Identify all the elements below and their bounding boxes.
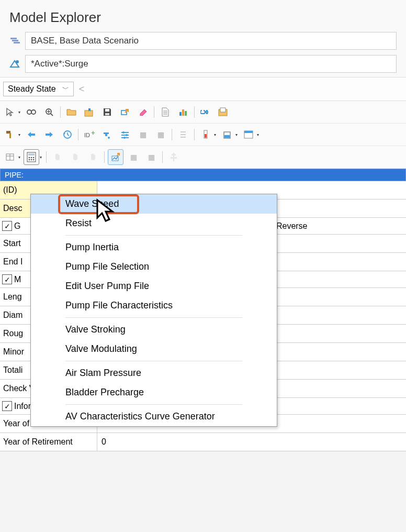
dropdown-arrow-icon[interactable]: ▾: [235, 132, 238, 137]
section-label: M: [14, 275, 21, 284]
svg-rect-0: [10, 38, 17, 39]
pan-hand-3-icon[interactable]: [85, 149, 101, 165]
menu-item-wave-speed[interactable]: Wave Speed: [31, 194, 277, 214]
calculator-context-menu: Wave Speed Resist Pump Inertia Pump File…: [30, 194, 277, 427]
zoom-icon[interactable]: [41, 104, 57, 120]
page-title: Model Explorer: [0, 0, 406, 31]
toolbar-row-2: ▾ ID+ ▦ ▦ ▾ ▾ ▾: [0, 124, 406, 146]
svg-point-32: [122, 131, 125, 134]
bar-chart-icon[interactable]: [175, 104, 191, 120]
svg-rect-43: [224, 135, 230, 138]
tank-icon[interactable]: [219, 127, 235, 142]
svg-rect-26: [9, 133, 11, 138]
gauge-icon[interactable]: [198, 127, 213, 142]
menu-item-edit-user-pump-file[interactable]: Edit User Pump File: [31, 276, 277, 296]
svg-rect-2: [14, 42, 20, 43]
checkbox-icon[interactable]: ✓: [2, 401, 12, 411]
dropdown-arrow-icon[interactable]: ▾: [214, 132, 216, 137]
scenario-active-icon: [9, 59, 21, 69]
menu-separator: [65, 361, 242, 361]
svg-rect-61: [171, 157, 177, 159]
svg-rect-50: [28, 153, 35, 156]
svg-rect-21: [182, 109, 184, 116]
checkbox-icon[interactable]: ✓: [2, 221, 12, 231]
document-icon[interactable]: [157, 104, 173, 120]
svg-point-55: [31, 159, 32, 161]
report-folder-icon[interactable]: [216, 104, 231, 120]
table-small-icon[interactable]: [2, 149, 18, 165]
id-add-icon[interactable]: ID+: [82, 127, 97, 142]
menu-item-valve-modulating[interactable]: Valve Modulating: [31, 339, 277, 359]
svg-text:ID: ID: [84, 132, 90, 138]
export-icon[interactable]: [117, 104, 133, 120]
select-tool-icon[interactable]: [2, 104, 18, 120]
svg-rect-12: [85, 110, 93, 116]
menu-item-pump-file-characteristics[interactable]: Pump File Characteristics: [31, 296, 277, 315]
svg-point-30: [108, 137, 110, 139]
export-chart-icon[interactable]: [108, 149, 123, 165]
menu-separator: [65, 235, 242, 236]
history-icon[interactable]: [59, 127, 75, 142]
scenario-primary-field[interactable]: BASE, Base Data Scenario: [25, 32, 397, 50]
grid-header-pipe: PIPE:: [0, 169, 406, 181]
menu-item-pump-file-selection[interactable]: Pump File Selection: [31, 257, 277, 276]
dropdown-arrow-icon[interactable]: ▾: [18, 110, 20, 115]
save-to-folder-icon[interactable]: [82, 104, 97, 120]
svg-marker-5: [7, 108, 13, 116]
align-icon[interactable]: [166, 149, 182, 165]
svg-point-54: [29, 159, 30, 161]
state-selector[interactable]: Steady State ﹀: [3, 82, 74, 96]
folder-open-icon[interactable]: [64, 104, 80, 120]
svg-rect-22: [185, 111, 187, 116]
menu-separator: [65, 404, 242, 405]
table-gray-2-icon[interactable]: ▦: [143, 149, 159, 165]
list-tool-icon[interactable]: [175, 127, 191, 142]
hammer-icon[interactable]: [2, 127, 18, 142]
chevron-down-icon: ﹀: [62, 84, 69, 94]
svg-rect-1: [12, 40, 18, 41]
tool-gray-1-icon[interactable]: ▦: [135, 127, 151, 142]
dropdown-arrow-icon[interactable]: ▾: [40, 155, 42, 160]
svg-rect-20: [179, 112, 182, 116]
table-gray-1-icon[interactable]: ▦: [126, 149, 141, 165]
svg-rect-14: [105, 113, 109, 115]
svg-point-7: [31, 110, 36, 114]
tool-gray-2-icon[interactable]: ▦: [153, 127, 168, 142]
section-label: G: [14, 221, 20, 231]
svg-line-9: [51, 114, 53, 116]
eraser-icon[interactable]: [135, 104, 151, 120]
menu-separator: [65, 317, 242, 318]
checkbox-icon[interactable]: ✓: [2, 274, 12, 284]
save-icon[interactable]: [99, 104, 115, 120]
grid-value-yor[interactable]: 0: [97, 433, 406, 451]
svg-point-56: [33, 159, 35, 161]
chevron-left-icon[interactable]: <: [79, 84, 85, 95]
menu-item-resist[interactable]: Resist: [31, 214, 277, 233]
menu-item-bladder-precharge[interactable]: Bladder Precharge: [31, 383, 277, 402]
svg-point-53: [33, 157, 35, 159]
svg-point-36: [123, 137, 126, 139]
menu-item-air-slam-pressure[interactable]: Air Slam Pressure: [31, 363, 277, 383]
dropdown-arrow-icon[interactable]: ▾: [257, 132, 259, 137]
menu-item-pump-inertia[interactable]: Pump Inertia: [31, 238, 277, 257]
faucet-icon[interactable]: [99, 127, 115, 142]
back-arrow-icon[interactable]: [24, 127, 39, 142]
forward-arrow-icon[interactable]: [41, 127, 57, 142]
svg-point-34: [126, 134, 128, 136]
grid-color-icon[interactable]: [241, 127, 256, 142]
scenario-active-field[interactable]: *Active*:Surge: [25, 55, 397, 73]
grid-label-yor: Year of Retirement: [0, 433, 97, 451]
toolbar-row-1: ▾: [0, 101, 406, 124]
dropdown-arrow-icon[interactable]: ▾: [18, 155, 20, 160]
calculator-button[interactable]: [24, 149, 39, 165]
chain-link-icon[interactable]: [198, 104, 213, 120]
sliders-icon[interactable]: [117, 127, 133, 142]
menu-item-label: Wave Speed: [65, 198, 119, 209]
menu-item-av-characteristics[interactable]: AV Characteristics Curve Generator: [31, 407, 277, 426]
dropdown-arrow-icon[interactable]: ▾: [18, 132, 20, 137]
menu-item-valve-stroking[interactable]: Valve Stroking: [31, 320, 277, 339]
pan-hand-2-icon[interactable]: [67, 149, 83, 165]
scenario-stack-icon: [9, 36, 21, 46]
link-view-icon[interactable]: [24, 104, 39, 120]
pan-hand-1-icon[interactable]: [50, 149, 65, 165]
